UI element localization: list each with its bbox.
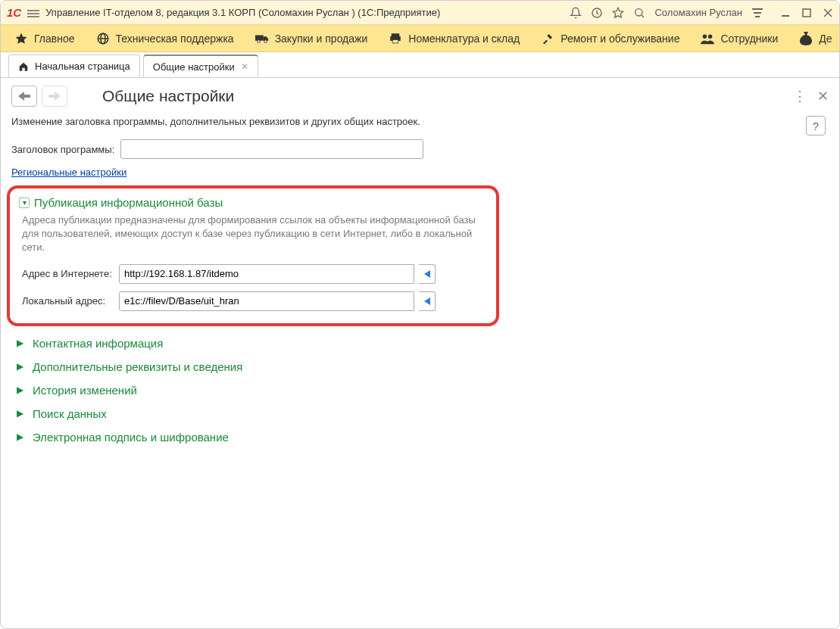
section-label: Электронная подпись и шифрование <box>33 431 229 444</box>
svg-point-20 <box>703 34 707 38</box>
search-icon[interactable] <box>633 7 645 19</box>
globe-icon <box>96 32 110 45</box>
chevron-right-icon: ▶ <box>14 408 25 419</box>
titlebar: 1C Управление IT-отделом 8, редакция 3.1… <box>1 1 839 25</box>
svg-point-16 <box>264 39 267 42</box>
tab-label: Начальная страница <box>35 61 130 72</box>
nav-employees[interactable]: Сотрудники <box>692 27 787 50</box>
tab-settings[interactable]: Общие настройки ✕ <box>143 54 258 77</box>
nav-label: Техническая поддержка <box>116 33 234 45</box>
program-title-label: Заголовок программы: <box>11 144 114 155</box>
moneybag-icon <box>799 32 813 45</box>
chevron-right-icon: ▶ <box>14 431 25 442</box>
username-label[interactable]: Соломахин Руслан <box>654 7 742 18</box>
section-history[interactable]: ▶ История изменений <box>14 384 829 397</box>
chevron-right-icon: ▶ <box>14 361 25 372</box>
nav-purchases[interactable]: Закупки и продажи <box>246 27 377 50</box>
maximize-button[interactable] <box>801 8 812 18</box>
nav-nomenclature[interactable]: Номенклатура и склад <box>379 27 529 50</box>
nav-label: Сотрудники <box>720 33 778 45</box>
nav-label: Главное <box>34 33 75 45</box>
regional-settings-link[interactable]: Региональные настройки <box>11 167 126 178</box>
app-logo: 1C <box>7 6 21 19</box>
section-label: Поиск данных <box>33 407 107 420</box>
internet-address-input[interactable] <box>119 264 414 284</box>
history-icon[interactable] <box>591 7 603 19</box>
svg-rect-7 <box>803 9 810 17</box>
back-button[interactable] <box>11 86 37 107</box>
chevron-right-icon: ▶ <box>14 385 25 395</box>
window-title: Управление IT-отделом 8, редакция 3.1 КО… <box>45 7 440 18</box>
printer-icon <box>389 32 402 45</box>
nav-label: Номенклатура и склад <box>408 33 520 45</box>
page-subtitle: Изменение заголовка программы, дополните… <box>11 116 829 127</box>
settings-lines-icon[interactable] <box>751 8 763 18</box>
program-title-input[interactable] <box>120 139 423 159</box>
star-filled-icon <box>14 32 28 45</box>
section-additional-props[interactable]: ▶ Дополнительные реквизиты и сведения <box>14 360 829 373</box>
publication-hint: Адреса публикации предназначены для форм… <box>22 213 476 255</box>
forward-button[interactable] <box>42 86 67 107</box>
more-icon[interactable]: ⋮ <box>793 88 807 104</box>
nav-label: Закупки и продажи <box>275 33 368 45</box>
nav-main[interactable]: Главное <box>5 27 84 50</box>
star-icon[interactable] <box>612 7 624 19</box>
local-address-insert-button[interactable] <box>419 291 436 311</box>
top-navigation: Главное Техническая поддержка Закупки и … <box>1 25 839 52</box>
svg-rect-17 <box>392 33 400 36</box>
tools-icon <box>541 32 554 45</box>
section-signature[interactable]: ▶ Электронная подпись и шифрование <box>14 431 829 444</box>
nav-repair[interactable]: Ремонт и обслуживание <box>532 27 689 50</box>
menu-icon[interactable] <box>27 8 39 17</box>
nav-support[interactable]: Техническая поддержка <box>87 27 243 50</box>
home-icon <box>18 61 29 72</box>
truck-icon <box>255 32 269 45</box>
svg-point-15 <box>257 39 260 42</box>
svg-marker-10 <box>16 33 27 43</box>
people-icon <box>701 32 714 45</box>
section-label: Дополнительные реквизиты и сведения <box>33 360 242 373</box>
nav-money[interactable]: Де <box>790 27 839 50</box>
close-window-button[interactable] <box>823 8 833 18</box>
arrow-left-icon <box>424 297 430 305</box>
tab-home[interactable]: Начальная страница <box>8 54 140 77</box>
nav-label: Де <box>819 33 832 45</box>
svg-marker-0 <box>614 8 623 17</box>
minimize-button[interactable] <box>780 8 791 18</box>
section-contact-info[interactable]: ▶ Контактная информация <box>14 337 829 350</box>
internet-address-insert-button[interactable] <box>419 264 436 284</box>
bell-icon[interactable] <box>570 7 582 19</box>
collapsed-sections: ▶ Контактная информация ▶ Дополнительные… <box>14 337 829 444</box>
svg-point-21 <box>708 34 712 38</box>
section-title: Публикация информационной базы <box>34 196 223 209</box>
nav-label: Ремонт и обслуживание <box>561 33 679 45</box>
local-address-input[interactable] <box>119 291 414 311</box>
internet-address-label: Адрес в Интернете: <box>22 268 114 279</box>
tab-label: Общие настройки <box>153 61 235 73</box>
svg-line-2 <box>642 15 644 17</box>
help-button[interactable]: ? <box>806 116 826 135</box>
section-search[interactable]: ▶ Поиск данных <box>14 407 829 420</box>
tab-close-icon[interactable]: ✕ <box>241 61 248 72</box>
section-label: История изменений <box>33 384 137 397</box>
chevron-right-icon: ▶ <box>14 338 25 348</box>
close-icon[interactable]: ✕ <box>817 88 829 104</box>
svg-rect-19 <box>393 39 399 43</box>
chevron-down-icon: ▾ <box>19 198 30 208</box>
svg-point-1 <box>635 8 642 15</box>
content-area: Общие настройки ⋮ ✕ ? Изменение заголовк… <box>1 78 839 629</box>
tab-bar: Начальная страница Общие настройки ✕ <box>1 52 839 78</box>
local-address-label: Локальный адрес: <box>22 295 114 307</box>
publication-header[interactable]: ▾ Публикация информационной базы <box>19 196 487 209</box>
page-title: Общие настройки <box>102 87 234 105</box>
section-label: Контактная информация <box>33 337 163 350</box>
arrow-left-icon <box>424 270 430 278</box>
publication-section: ▾ Публикация информационной базы Адреса … <box>7 185 499 326</box>
